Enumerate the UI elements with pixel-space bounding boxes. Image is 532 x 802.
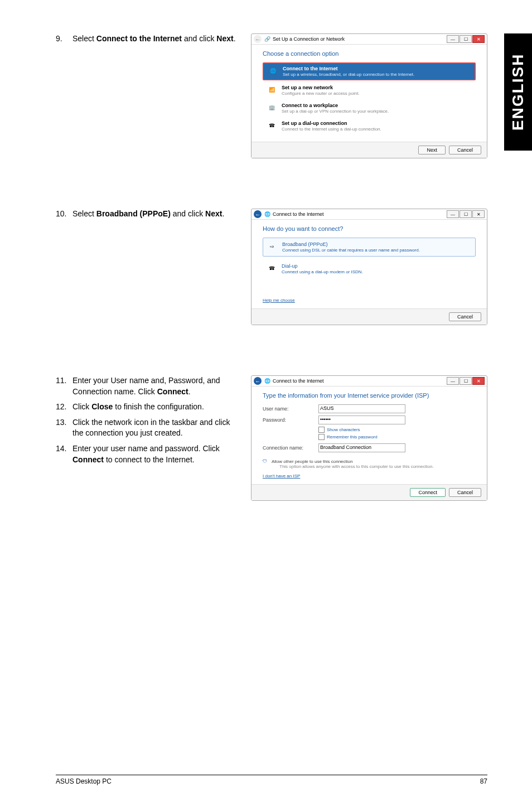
close-icon[interactable]: ✕ bbox=[472, 377, 485, 385]
opt3-sub: Set up a dial-up or VPN connection to yo… bbox=[282, 109, 389, 114]
maximize-icon[interactable]: ☐ bbox=[460, 210, 472, 218]
opt1-sub: Set up a wireless, broadband, or dial-up… bbox=[283, 72, 414, 77]
option-dialup[interactable]: ☎ Set up a dial-up connectionConnect to … bbox=[263, 118, 476, 134]
opt2-sub: Configure a new router or access point. bbox=[282, 91, 360, 96]
dialup-icon: ☎ bbox=[266, 263, 277, 273]
close-icon[interactable]: ✕ bbox=[472, 35, 485, 43]
step-11-num: 11. bbox=[56, 375, 72, 397]
minimize-icon[interactable]: — bbox=[447, 35, 459, 43]
next-button[interactable]: Next bbox=[418, 146, 446, 154]
globe-icon: 🌐 bbox=[267, 66, 278, 76]
dialog3-title: Connect to the Internet bbox=[273, 378, 324, 384]
dialog-setup-connection: ← 🔗 Set Up a Connection or Network — ☐ ✕… bbox=[251, 33, 487, 158]
opt4-title: Set up a dial-up connection bbox=[282, 120, 347, 126]
du-sub: Connect using a dial-up modem or ISDN. bbox=[282, 269, 363, 274]
help-me-choose-link[interactable]: Help me choose bbox=[263, 298, 295, 303]
input-password[interactable]: •••••• bbox=[318, 416, 405, 424]
step-10-text-b: and click bbox=[171, 209, 205, 218]
cancel-button[interactable]: Cancel bbox=[449, 488, 481, 497]
workplace-icon: 🏢 bbox=[266, 103, 277, 113]
footer-page-number: 87 bbox=[480, 777, 487, 785]
step-9-bold1: Connect to the Internet bbox=[96, 34, 182, 43]
option-dialup2[interactable]: ☎ Dial-upConnect using a dial-up modem o… bbox=[263, 261, 476, 277]
step-12-b: Close bbox=[91, 402, 113, 411]
step-9-num: 9. bbox=[56, 33, 72, 45]
step-12-num: 12. bbox=[56, 402, 72, 413]
option-new-network[interactable]: 📶 Set up a new networkConfigure a new ro… bbox=[263, 83, 476, 98]
opt2-title: Set up a new network bbox=[282, 85, 333, 90]
opt3-title: Connect to a workplace bbox=[282, 103, 338, 108]
cancel-button[interactable]: Cancel bbox=[449, 312, 481, 321]
option-workplace[interactable]: 🏢 Connect to a workplaceSet up a dial-up… bbox=[263, 100, 476, 116]
checkbox-remember-password[interactable]: Remember this password bbox=[318, 434, 476, 440]
step-9-bold2: Next bbox=[216, 34, 233, 43]
du-title: Dial-up bbox=[282, 263, 298, 269]
step-11-pre: Enter your User name and, Password, and … bbox=[72, 376, 220, 396]
step-9-text-b: and click bbox=[182, 34, 216, 43]
step-9-text-a: Select bbox=[72, 34, 96, 43]
back-icon[interactable]: ← bbox=[254, 35, 264, 43]
step-14-post: to connect to the Internet. bbox=[104, 455, 195, 464]
step-12: 12. Click Close to finish the configurat… bbox=[56, 402, 240, 413]
bb-sub: Connect using DSL or cable that requires… bbox=[282, 248, 420, 253]
allow-sub: This option allows anyone with access to… bbox=[279, 464, 476, 469]
back-icon[interactable]: ← bbox=[254, 210, 264, 218]
checkbox-allow-others[interactable]: 🛡Allow other people to use this connecti… bbox=[263, 459, 476, 464]
step-14: 14. Enter your user name and password. C… bbox=[56, 443, 240, 465]
close-icon[interactable]: ✕ bbox=[472, 210, 485, 218]
bb-title: Broadband (PPPoE) bbox=[282, 241, 328, 247]
step-10-bold2: Next bbox=[205, 209, 222, 218]
input-username[interactable]: ASUS bbox=[318, 404, 405, 413]
shield-icon: 🛡 bbox=[263, 459, 267, 464]
dialog1-heading: Choose a connection option bbox=[263, 50, 476, 57]
dialog2-heading: How do you want to connect? bbox=[263, 225, 476, 232]
step-10-bold1: Broadband (PPPoE) bbox=[96, 209, 171, 218]
no-isp-link[interactable]: I don't have an ISP bbox=[263, 474, 300, 479]
option-broadband[interactable]: ⇨ Broadband (PPPoE)Connect using DSL or … bbox=[263, 238, 476, 257]
step-9-text-c: . bbox=[234, 34, 236, 43]
dialog2-title: Connect to the Internet bbox=[273, 211, 324, 217]
step-10: 10. Select Broadband (PPPoE) and click N… bbox=[56, 209, 240, 220]
step-11-b: Connect bbox=[157, 387, 188, 396]
broadband-icon: ⇨ bbox=[267, 241, 278, 252]
network-icon: 🔗 bbox=[264, 36, 270, 42]
label-username: User name: bbox=[263, 406, 313, 412]
label-password: Password: bbox=[263, 417, 313, 423]
cancel-button[interactable]: Cancel bbox=[449, 146, 481, 154]
chk-show-label: Show characters bbox=[327, 427, 360, 432]
dialog3-heading: Type the information from your Internet … bbox=[263, 392, 476, 399]
globe-icon: 🌐 bbox=[264, 211, 270, 218]
allow-label: Allow other people to use this connectio… bbox=[272, 459, 352, 464]
step-11: 11. Enter your User name and, Password, … bbox=[56, 375, 240, 397]
step-14-pre: Enter your user name and password. Click bbox=[72, 444, 220, 453]
step-9: 9. Select Connect to the Internet and cl… bbox=[56, 33, 240, 45]
step-10-num: 10. bbox=[56, 209, 72, 220]
checkbox-show-characters[interactable]: Show characters bbox=[318, 427, 476, 433]
option-connect-internet[interactable]: 🌐 Connect to the InternetSet up a wirele… bbox=[263, 62, 476, 80]
step-12-post: to finish the configuration. bbox=[113, 402, 204, 411]
opt1-title: Connect to the Internet bbox=[283, 66, 338, 71]
side-tab-english: ENGLISH bbox=[504, 33, 532, 151]
step-14-num: 14. bbox=[56, 443, 72, 465]
step-14-b: Connect bbox=[72, 455, 104, 464]
step-11-post: . bbox=[188, 387, 191, 396]
maximize-icon[interactable]: ☐ bbox=[460, 377, 472, 385]
input-connection-name[interactable]: Broadband Connection bbox=[318, 443, 405, 452]
step-13-text: Click the network icon in the taskbar an… bbox=[72, 417, 240, 439]
minimize-icon[interactable]: — bbox=[447, 377, 459, 385]
step-12-pre: Click bbox=[72, 402, 91, 411]
step-13: 13. Click the network icon in the taskba… bbox=[56, 417, 240, 439]
dialog-isp-info: ← 🌐 Connect to the Internet — ☐ ✕ Type t… bbox=[251, 375, 487, 501]
step-13-num: 13. bbox=[56, 417, 72, 439]
step-10-text-a: Select bbox=[72, 209, 96, 218]
globe-icon: 🌐 bbox=[264, 378, 270, 384]
dialog1-title: Set Up a Connection or Network bbox=[273, 36, 345, 42]
minimize-icon[interactable]: — bbox=[447, 210, 459, 218]
router-icon: 📶 bbox=[266, 85, 277, 95]
footer-left: ASUS Desktop PC bbox=[56, 777, 112, 785]
dialog-connect-internet: ← 🌐 Connect to the Internet — ☐ ✕ How do… bbox=[251, 209, 487, 325]
maximize-icon[interactable]: ☐ bbox=[460, 35, 472, 43]
opt4-sub: Connect to the Internet using a dial-up … bbox=[282, 127, 381, 132]
back-icon[interactable]: ← bbox=[254, 377, 264, 385]
connect-button[interactable]: Connect bbox=[410, 488, 446, 497]
